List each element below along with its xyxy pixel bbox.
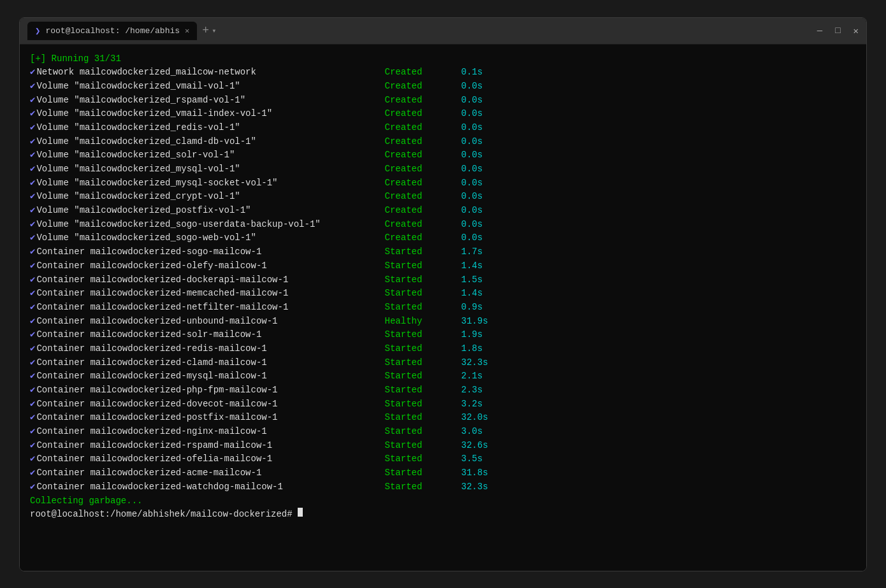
status-text: Created	[385, 231, 461, 245]
timing-text: 0.9s	[461, 301, 483, 315]
timing-text: 0.0s	[461, 94, 483, 108]
checkmark-icon: ✔	[30, 259, 35, 273]
status-text: Created	[385, 204, 461, 218]
checkmark-icon: ✔	[30, 287, 35, 301]
timing-text: 32.3s	[461, 480, 488, 494]
status-text: Started	[385, 342, 461, 356]
resource-name: Container mailcowdockerized-memcached-ma…	[36, 287, 384, 301]
window-controls: — □ ✕	[817, 25, 859, 36]
timing-text: 2.3s	[461, 384, 483, 398]
checkmark-icon: ✔	[30, 480, 35, 494]
timing-text: 32.0s	[461, 411, 488, 425]
minimize-button[interactable]: —	[817, 25, 822, 36]
timing-text: 31.8s	[461, 466, 488, 480]
terminal-line: ✔Volume "mailcowdockerized_crypt-vol-1" …	[30, 190, 856, 204]
collecting-garbage-line: Collecting garbage...	[30, 494, 856, 508]
timing-text: 1.9s	[461, 328, 483, 342]
resource-name: Volume "mailcowdockerized_vmail-vol-1"	[36, 80, 384, 94]
terminal-line: ✔Container mailcowdockerized-nginx-mailc…	[30, 425, 856, 439]
resource-name: Volume "mailcowdockerized_sogo-web-vol-1…	[36, 231, 384, 245]
resource-name: Container mailcowdockerized-mysql-mailco…	[36, 369, 384, 384]
terminal-icon: ❯	[35, 25, 40, 36]
terminal-line: ✔Container mailcowdockerized-clamd-mailc…	[30, 356, 856, 370]
status-text: Started	[385, 301, 461, 315]
terminal-line: ✔Volume "mailcowdockerized_redis-vol-1" …	[30, 121, 856, 135]
resource-name: Container mailcowdockerized-rspamd-mailc…	[36, 439, 384, 453]
checkmark-icon: ✔	[30, 162, 35, 176]
terminal-window: ❯ root@localhost: /home/abhis ✕ + ▾ — □ …	[19, 17, 867, 571]
resource-name: Container mailcowdockerized-acme-mailcow…	[36, 466, 384, 480]
status-text: Started	[385, 287, 461, 301]
timing-text: 0.0s	[461, 190, 483, 204]
status-text: Started	[385, 439, 461, 453]
status-text: Created	[385, 190, 461, 204]
running-header-line: [+] Running 31/31	[30, 52, 856, 66]
checkmark-icon: ✔	[30, 356, 35, 370]
terminal-line: ✔Container mailcowdockerized-sogo-mailco…	[30, 245, 856, 259]
status-text: Started	[385, 245, 461, 259]
checkmark-icon: ✔	[30, 245, 35, 259]
maximize-button[interactable]: □	[835, 25, 840, 36]
resource-name: Container mailcowdockerized-unbound-mail…	[36, 315, 384, 329]
checkmark-icon: ✔	[30, 94, 35, 108]
prompt-line: root@localhost:/home/abhishek/mailcow-do…	[30, 508, 856, 522]
checkmark-icon: ✔	[30, 328, 35, 342]
terminal-tab[interactable]: ❯ root@localhost: /home/abhis ✕	[27, 22, 197, 40]
resource-name: Volume "mailcowdockerized_sogo-userdata-…	[36, 218, 384, 232]
resource-name: Container mailcowdockerized-watchdog-mai…	[36, 480, 384, 494]
resource-name: Container mailcowdockerized-dovecot-mail…	[36, 398, 384, 412]
timing-text: 3.2s	[461, 398, 483, 412]
terminal-line: ✔Network mailcowdockerized_mailcow-netwo…	[30, 66, 856, 80]
terminal-line: ✔Container mailcowdockerized-solr-mailco…	[30, 328, 856, 342]
checkmark-icon: ✔	[30, 218, 35, 232]
terminal-line: ✔Volume "mailcowdockerized_rspamd-vol-1"…	[30, 94, 856, 108]
timing-text: 0.0s	[461, 231, 483, 245]
status-text: Started	[385, 369, 461, 384]
checkmark-icon: ✔	[30, 466, 35, 480]
checkmark-icon: ✔	[30, 315, 35, 329]
checkmark-icon: ✔	[30, 439, 35, 453]
terminal-line: ✔Container mailcowdockerized-postfix-mai…	[30, 411, 856, 425]
tab-close-button[interactable]: ✕	[185, 26, 189, 36]
timing-text: 1.4s	[461, 287, 483, 301]
terminal-line: ✔Volume "mailcowdockerized_mysql-socket-…	[30, 176, 856, 190]
status-text: Started	[385, 452, 461, 466]
resource-name: Network mailcowdockerized_mailcow-networ…	[36, 66, 384, 80]
checkmark-icon: ✔	[30, 148, 35, 162]
timing-text: 1.4s	[461, 259, 483, 273]
timing-text: 0.0s	[461, 148, 483, 162]
titlebar: ❯ root@localhost: /home/abhis ✕ + ▾ — □ …	[20, 18, 866, 45]
running-header-text: [+] Running 31/31	[30, 52, 121, 66]
close-button[interactable]: ✕	[853, 25, 859, 36]
status-text: Created	[385, 135, 461, 149]
terminal-line: ✔Container mailcowdockerized-netfilter-m…	[30, 301, 856, 315]
terminal-output: [+] Running 31/31 ✔Network mailcowdocker…	[20, 45, 866, 571]
terminal-line: ✔Volume "mailcowdockerized_vmail-vol-1" …	[30, 80, 856, 94]
resource-name: Container mailcowdockerized-ofelia-mailc…	[36, 452, 384, 466]
status-text: Created	[385, 94, 461, 108]
timing-text: 0.0s	[461, 162, 483, 176]
resource-name: Volume "mailcowdockerized_mysql-vol-1"	[36, 162, 384, 176]
terminal-line: ✔Volume "mailcowdockerized_clamd-db-vol-…	[30, 135, 856, 149]
resource-name: Container mailcowdockerized-php-fpm-mail…	[36, 384, 384, 398]
timing-text: 1.5s	[461, 273, 483, 287]
status-text: Created	[385, 176, 461, 190]
checkmark-icon: ✔	[30, 80, 35, 94]
checkmark-icon: ✔	[30, 342, 35, 356]
tab-dropdown-button[interactable]: ▾	[212, 26, 216, 36]
checkmark-icon: ✔	[30, 107, 35, 121]
new-tab-button[interactable]: +	[202, 24, 209, 37]
terminal-line: ✔Volume "mailcowdockerized_vmail-index-v…	[30, 107, 856, 121]
timing-text: 3.5s	[461, 452, 483, 466]
terminal-line: ✔Container mailcowdockerized-memcached-m…	[30, 287, 856, 301]
terminal-line: ✔Container mailcowdockerized-ofelia-mail…	[30, 452, 856, 466]
checkmark-icon: ✔	[30, 398, 35, 412]
resource-name: Container mailcowdockerized-dockerapi-ma…	[36, 273, 384, 287]
checkmark-icon: ✔	[30, 452, 35, 466]
terminal-line: ✔Container mailcowdockerized-redis-mailc…	[30, 342, 856, 356]
tab-title: root@localhost: /home/abhis	[45, 26, 180, 36]
timing-text: 3.0s	[461, 425, 483, 439]
status-text: Started	[385, 411, 461, 425]
status-text: Started	[385, 273, 461, 287]
resource-name: Container mailcowdockerized-olefy-mailco…	[36, 259, 384, 273]
